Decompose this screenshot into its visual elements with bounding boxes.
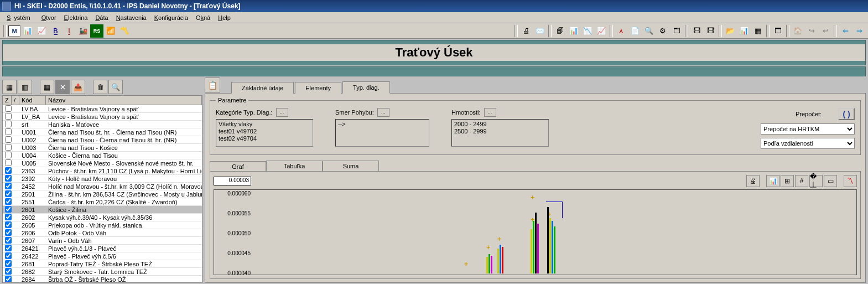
toolbar-search-icon[interactable]: 🔍: [642, 24, 656, 38]
grid-body[interactable]: LV.BALevice - Bratislava Vajnory a späťL…: [3, 105, 202, 282]
chart-tool2-icon[interactable]: ⊞: [781, 175, 794, 187]
recalc-button[interactable]: ( ): [838, 108, 855, 120]
toolbar-btn-4[interactable]: Ḭ: [63, 24, 76, 38]
row-checkbox[interactable]: [5, 105, 12, 112]
row-checkbox[interactable]: [5, 144, 12, 151]
tab-elementy[interactable]: Elementy: [295, 82, 341, 94]
grid-header-nazov[interactable]: Názov: [46, 96, 202, 105]
chart-tool3-icon[interactable]: #: [795, 175, 808, 187]
toolbar-print-icon[interactable]: 🖨: [519, 24, 533, 38]
recalc-combo1[interactable]: Prepočet na HRTKM: [761, 123, 855, 135]
row-checkbox[interactable]: [5, 237, 12, 244]
chart-current-value[interactable]: 0.00003: [214, 177, 251, 185]
chart-plot[interactable]: 0.0000600.0000550.0000500.0000450.000040…: [214, 189, 857, 275]
lp-grid1-icon[interactable]: ▦: [2, 80, 17, 94]
menu-data[interactable]: Dáta: [92, 13, 111, 22]
rp-sheet-icon[interactable]: 📋: [205, 78, 220, 93]
toolbar-film2-icon[interactable]: 🎞: [704, 24, 717, 38]
toolbar-btn-train[interactable]: 🚂: [76, 24, 90, 38]
table-row[interactable]: 2605Priekopa odb - Vrútky nákl. stanica: [3, 221, 202, 229]
row-checkbox[interactable]: [5, 221, 12, 228]
row-checkbox[interactable]: [5, 260, 12, 267]
toolbar-btn-1[interactable]: 📊: [21, 24, 34, 38]
menu-konfiguracia[interactable]: Konfigurácia: [151, 13, 191, 22]
toolbar-btn-3[interactable]: B̲: [49, 24, 62, 38]
row-checkbox[interactable]: [5, 190, 12, 197]
menu-help[interactable]: Help: [215, 13, 234, 22]
row-checkbox[interactable]: [5, 206, 12, 213]
toolbar-chart5-icon[interactable]: 📊: [737, 24, 751, 38]
row-checkbox[interactable]: [5, 276, 12, 282]
lp-export-icon[interactable]: 📤: [71, 80, 85, 94]
row-checkbox[interactable]: [5, 128, 12, 135]
chart-tool1-icon[interactable]: 📊: [766, 175, 779, 187]
chart-tool6-icon[interactable]: 〽: [844, 175, 857, 187]
toolbar-exit1-icon[interactable]: ↪: [805, 24, 818, 38]
row-checkbox[interactable]: [5, 229, 12, 236]
subtab-tabulka[interactable]: Tabuľka: [266, 161, 323, 171]
table-row[interactable]: 2392Kúty - Holíč nad Moravou: [3, 175, 202, 183]
menu-okna[interactable]: Okná: [193, 13, 214, 22]
recalc-combo2[interactable]: Podľa vzdialenosti: [761, 138, 855, 149]
toolbar-app-icon[interactable]: 🗔: [670, 24, 683, 38]
toolbar-chart4-icon[interactable]: 📈: [595, 24, 608, 38]
table-row[interactable]: U001Čierna nad Tisou št. hr. - Čierna na…: [3, 128, 202, 136]
chart-tool5-icon[interactable]: ▭: [824, 175, 837, 187]
row-checkbox[interactable]: [5, 245, 12, 251]
lp-grid2-icon[interactable]: ▥: [18, 80, 32, 94]
row-checkbox[interactable]: [5, 175, 12, 182]
toolbar-btn-2[interactable]: 📈: [35, 24, 48, 38]
toolbar-btn-bars[interactable]: 📶: [104, 24, 117, 38]
table-row[interactable]: 2551Čadca - št.hr. km 20,226 CZ (Skalité…: [3, 198, 202, 206]
kategorie-button[interactable]: ...: [276, 108, 288, 117]
table-row[interactable]: U004Košice - Čierna nad Tisou: [3, 152, 202, 159]
table-row[interactable]: U003Čierna nad Tisou - Košice: [3, 144, 202, 152]
chart-tool4-icon[interactable]: �丄: [809, 175, 823, 187]
table-row[interactable]: 2681Poprad-Tatry TEŽ - Štrbské Pleso TEŽ: [3, 260, 202, 268]
smer-list[interactable]: -->: [335, 119, 429, 147]
table-row[interactable]: 2684Štrba OŽ - Štrbské Pleso OŽ: [3, 276, 202, 282]
table-row[interactable]: 2602Kysak výh.č.39/40 - Kysak výh.č.35/3…: [3, 214, 202, 221]
hmot-list[interactable]: 2000 - 24992500 - 2999: [451, 119, 549, 147]
subtab-suma[interactable]: Suma: [323, 161, 379, 171]
toolbar-win-icon[interactable]: 🗖: [771, 24, 784, 38]
row-checkbox[interactable]: [5, 136, 12, 143]
menu-nastavenia[interactable]: Nastavenia: [113, 13, 150, 22]
table-row[interactable]: 2607Varín - Odb Váh: [3, 237, 202, 245]
toolbar-btn-rs[interactable]: RS: [90, 24, 103, 38]
row-checkbox[interactable]: [5, 268, 12, 275]
grid-header-kod[interactable]: Kód: [19, 96, 46, 105]
chart-print-icon[interactable]: 🖨: [746, 175, 760, 187]
table-row[interactable]: 2682Starý Smokovec - Tatr. Lomnica TEŽ: [3, 268, 202, 276]
toolbar-chart2-icon[interactable]: 📊: [567, 24, 580, 38]
row-checkbox[interactable]: [5, 113, 12, 120]
tab-zakladne[interactable]: Základné údaje: [231, 82, 294, 94]
toolbar-mail-icon[interactable]: ✉️: [533, 24, 547, 38]
menu-elektrina[interactable]: Elektrina: [61, 13, 91, 22]
toolbar-home-icon[interactable]: 🏠: [791, 24, 804, 38]
lp-close-icon[interactable]: ✕: [55, 80, 70, 94]
menu-otvor[interactable]: Otvor: [38, 13, 60, 22]
menu-system[interactable]: Systém: [3, 13, 37, 22]
row-checkbox[interactable]: [5, 198, 12, 205]
toolbar-btn-chart[interactable]: 〽️: [118, 24, 131, 38]
row-checkbox[interactable]: [5, 167, 12, 174]
table-row[interactable]: 2501Žilina - št.hr. km 286,534 CZ (Svrči…: [3, 190, 202, 198]
toolbar-table-icon[interactable]: ▦: [751, 24, 765, 38]
row-checkbox[interactable]: [5, 152, 12, 158]
table-row[interactable]: 2606Odb Potok - Odb Váh: [3, 229, 202, 237]
table-row[interactable]: LV.BALevice - Bratislava Vajnory a späť: [3, 105, 202, 113]
table-row[interactable]: 2601Košice - Žilina: [3, 206, 202, 214]
grid-header-z[interactable]: Z: [3, 96, 12, 105]
row-checkbox[interactable]: [5, 159, 12, 166]
toolbar-compass-icon[interactable]: ⋏: [615, 24, 628, 38]
table-row[interactable]: U002Čierna nad Tisou - Čierna nad Tisou …: [3, 136, 202, 144]
smer-button[interactable]: ...: [377, 108, 389, 117]
kategorie-list[interactable]: Všetky vlakytest01 v49702test02 v49704: [216, 119, 313, 147]
toolbar-chart3-icon[interactable]: 📉: [581, 24, 594, 38]
toolbar-doc-icon[interactable]: 📄: [628, 24, 642, 38]
row-checkbox[interactable]: [5, 183, 12, 189]
lp-zoom-icon[interactable]: 🔍: [108, 80, 123, 94]
subtab-graf[interactable]: Graf: [210, 161, 266, 172]
toolbar-fwd-icon[interactable]: ⇒: [853, 24, 866, 38]
